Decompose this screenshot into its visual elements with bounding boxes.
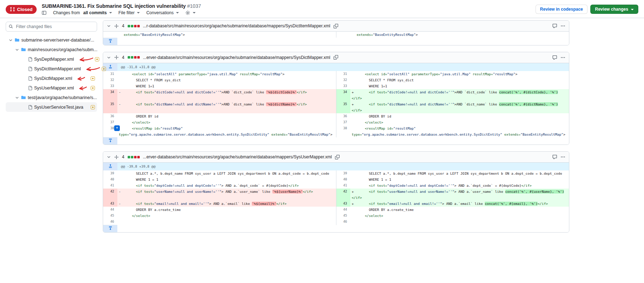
collapse-file-chevron-icon[interactable] — [107, 155, 111, 159]
file-path[interactable]: ...erver-database/src/main/resources/org… — [143, 55, 330, 60]
code-line[interactable]: </select> — [350, 213, 569, 219]
line-number[interactable]: 43 — [103, 201, 117, 207]
code-line[interactable]: <if test="deptCode!=null and deptCode!='… — [350, 183, 569, 189]
line-number[interactable]: 34 — [103, 89, 117, 101]
tree-file-row[interactable]: SysDictMapper.xml — [6, 74, 97, 83]
line-number[interactable]: 42 — [103, 189, 117, 201]
line-number[interactable] — [336, 32, 350, 38]
line-number[interactable]: 46 — [336, 219, 350, 225]
file-comment-icon[interactable] — [552, 23, 557, 28]
tree-file-row[interactable]: SysUserMapper.xml — [6, 83, 97, 93]
conversations-dropdown[interactable]: Conversations — [146, 10, 179, 15]
kebab-menu-icon[interactable] — [560, 23, 565, 28]
review-in-codespace-button[interactable]: Review in codespace — [536, 5, 588, 14]
code-line[interactable]: ORDER BY id — [117, 113, 336, 119]
code-line[interactable]: - <if test="userName!=null and userName!… — [117, 189, 336, 201]
tree-file-row[interactable]: SysDictItemMapper.xml — [6, 64, 97, 74]
sidebar-toggle-button[interactable] — [42, 10, 47, 15]
expand-up-button[interactable] — [103, 163, 117, 170]
line-number[interactable]: 31 — [103, 71, 117, 77]
code-line[interactable]: ORDER BY a.create_time — [117, 207, 336, 213]
line-number[interactable]: 44 — [103, 207, 117, 213]
code-line[interactable]: WHERE 1 = 1 — [350, 176, 569, 183]
expand-down-button[interactable] — [103, 38, 117, 45]
line-number[interactable]: 45 — [336, 213, 350, 219]
filter-files-input[interactable] — [6, 22, 97, 32]
file-path[interactable]: ...erver-database/src/main/resources/org… — [143, 154, 332, 159]
line-number[interactable]: 31 — [336, 71, 350, 77]
line-number[interactable]: 44 — [336, 207, 350, 213]
line-number[interactable]: 41 — [103, 183, 117, 189]
drag-handle-icon[interactable] — [114, 24, 119, 28]
line-number[interactable]: 36 — [336, 113, 350, 119]
collapse-file-chevron-icon[interactable] — [107, 55, 111, 60]
line-number[interactable]: 42 — [336, 189, 350, 201]
file-comment-icon[interactable] — [552, 55, 557, 60]
line-number[interactable]: 32 — [103, 77, 117, 83]
tree-folder-row[interactable]: main/resources/org/apache/subm... — [6, 45, 97, 54]
code-line[interactable]: </select> — [350, 119, 569, 125]
line-number[interactable]: 32 — [336, 77, 350, 83]
code-line[interactable]: SELECT * FROM sys_dict — [350, 77, 569, 83]
line-number[interactable] — [103, 32, 117, 38]
code-line[interactable]: + <if test="email!=null and email!=''"> … — [350, 201, 569, 207]
code-line[interactable]: <resultMap id="resultMap" type="org.apac… — [350, 125, 569, 137]
tree-folder-row[interactable]: test/java/org/apache/submarine/s... — [6, 93, 97, 102]
code-line[interactable]: - <if test="dictCode!=null and dictCode!… — [117, 89, 336, 101]
chevron-down-icon[interactable] — [15, 48, 19, 52]
code-line[interactable]: <select id="selectAll" parameterType="ja… — [117, 71, 336, 77]
file-path[interactable]: ...r-database/src/main/resources/org/apa… — [143, 23, 330, 28]
tree-file-row[interactable]: SysUserServiceTest.java — [6, 102, 97, 112]
review-changes-button[interactable]: Review changes — [590, 5, 638, 14]
line-number[interactable]: 41 — [336, 183, 350, 189]
collapse-file-chevron-icon[interactable] — [107, 24, 111, 28]
code-line[interactable]: + <if test="userName!=null and userName!… — [350, 189, 569, 201]
line-number[interactable]: 39 — [336, 170, 350, 176]
line-number[interactable]: 33 — [336, 83, 350, 89]
chevron-down-icon[interactable] — [15, 96, 19, 100]
line-number[interactable]: 35 — [103, 101, 117, 113]
code-line[interactable]: SELECT a.*, b.dept_name FROM sys_user a … — [350, 170, 569, 176]
add-comment-button[interactable]: + — [114, 125, 120, 131]
line-number[interactable]: 40 — [336, 176, 350, 183]
drag-handle-icon[interactable] — [114, 155, 119, 159]
kebab-menu-icon[interactable] — [560, 55, 565, 60]
expand-down-button[interactable] — [103, 137, 117, 145]
code-line[interactable]: WHERE 1 = 1 — [117, 176, 336, 183]
copy-path-icon[interactable] — [334, 24, 338, 28]
line-number[interactable]: 35 — [336, 101, 350, 113]
code-line[interactable]: - <if test="dictName!=null and dictName!… — [117, 101, 336, 113]
line-number[interactable]: 40 — [103, 176, 117, 183]
code-line[interactable]: extends="BaseEntityResultMap"> — [117, 32, 336, 38]
code-line[interactable]: ORDER BY id — [350, 113, 569, 119]
file-filter-dropdown[interactable]: File filter — [118, 10, 140, 15]
code-line[interactable]: + <if test="dictCode!=null and dictCode!… — [350, 89, 569, 101]
line-number[interactable]: 34 — [336, 89, 350, 101]
line-number[interactable]: 36 — [103, 113, 117, 119]
code-line[interactable]: - <if test="email!=null and email!=''"> … — [117, 201, 336, 207]
drag-handle-icon[interactable] — [114, 55, 119, 60]
code-line[interactable] — [117, 219, 336, 225]
line-number[interactable]: 45 — [103, 213, 117, 219]
code-line[interactable]: </select> — [117, 213, 336, 219]
kebab-menu-icon[interactable] — [560, 154, 565, 159]
line-number[interactable]: 37 — [336, 119, 350, 125]
expand-down-button[interactable] — [103, 225, 117, 233]
code-line[interactable]: <select id="selectAll" parameterType="ja… — [350, 71, 569, 77]
line-number[interactable]: 43 — [336, 201, 350, 207]
code-line[interactable]: WHERE 1=1 — [350, 83, 569, 89]
code-line[interactable]: WHERE 1=1 — [117, 83, 336, 89]
code-line[interactable]: SELECT a.*, b.dept_name FROM sys_user a … — [117, 170, 336, 176]
diff-settings-button[interactable] — [185, 10, 196, 15]
changes-from-dropdown[interactable]: Changes from all commits — [53, 10, 112, 15]
chevron-down-icon[interactable] — [9, 38, 13, 42]
tree-folder-row[interactable]: submarine-server/server-database/... — [6, 35, 97, 45]
copy-path-icon[interactable] — [334, 55, 338, 60]
code-line[interactable]: + <resultMap id="resultMap" type="org.ap… — [117, 125, 336, 137]
line-number[interactable]: 46 — [103, 219, 117, 225]
code-line[interactable]: SELECT * FROM sys_dict — [117, 77, 336, 83]
line-number[interactable]: 33 — [103, 83, 117, 89]
line-number[interactable]: 39 — [103, 170, 117, 176]
tree-file-row[interactable]: SysDeptMapper.xml — [6, 54, 97, 64]
code-line[interactable]: + <if test="dictName!=null and dictName!… — [350, 101, 569, 113]
